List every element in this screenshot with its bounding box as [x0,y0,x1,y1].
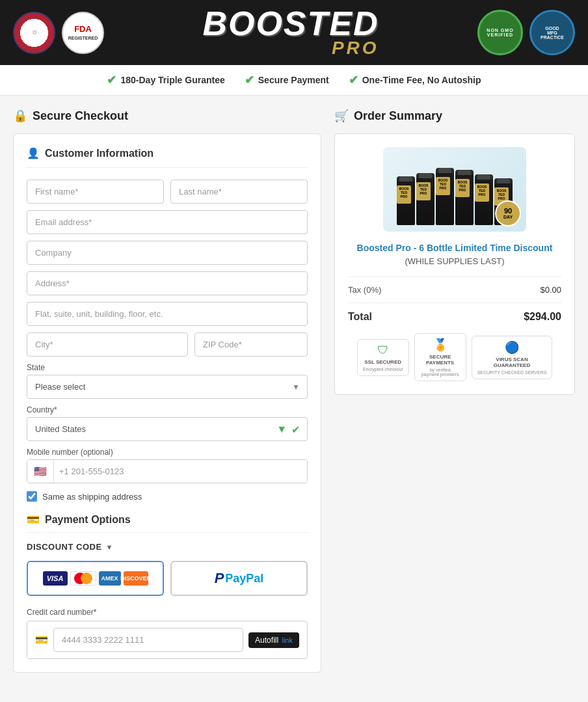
first-name-input[interactable] [27,180,164,204]
phone-flag: 🇺🇸 [27,460,54,483]
same-address-checkbox[interactable] [27,491,37,502]
tax-label: Tax (0%) [348,285,381,295]
main-container: 🔒 Secure Checkout 👤 Customer Information [0,96,588,686]
check-icon-1: ✔ [107,73,116,87]
state-group: State Please select AlabamaAlaskaArizona… [27,363,308,399]
country-check-icon: ▼ [276,424,287,435]
customer-info-header: 👤 Customer Information [27,147,308,168]
zip-input[interactable] [194,332,308,357]
tax-row: Tax (0%) $0.00 [348,285,561,295]
phone-label: Mobile number (optional) [27,448,308,457]
discount-chevron-icon: ▼ [106,543,113,551]
user-icon: 👤 [27,147,40,159]
trust-payment: ✔ Secure Payment [245,73,329,87]
discount-code-toggle[interactable]: DISCOUNT CODE ▼ [27,542,308,552]
city-zip-row [27,332,308,357]
country-verified-icon: ✔ [291,423,300,435]
cc-number-input[interactable] [53,628,243,652]
order-divider-2 [348,303,561,303]
company-row [27,241,308,265]
state-select[interactable]: Please select AlabamaAlaskaArizona Calif… [27,375,308,399]
site-header: ★ FDA REGISTERED BOOSTED PRO NON GMO VER… [0,0,588,65]
last-name-input[interactable] [170,180,308,204]
credit-card-icon: 💳 [35,634,48,646]
total-value: $294.00 [524,311,561,323]
state-select-wrapper: Please select AlabamaAlaskaArizona Calif… [27,375,308,399]
paypal-logo: P PayPal [215,570,264,587]
bottle-1: BOOS TEDPRO [397,176,415,225]
order-card: BOOS TEDPRO BOOS TEDPRO BOOS TEDPRO [334,133,575,395]
email-input[interactable] [27,210,308,234]
city-input[interactable] [27,332,188,357]
lock-icon: 🔒 [13,109,27,123]
bottle-3: BOOS TEDPRO [436,168,454,225]
address-input[interactable] [27,271,308,295]
autofill-link[interactable]: link [282,636,293,644]
virus-scan-badge: 🔵 VIRUS SCANGUARANTEED SECURITY CHECKED … [472,336,553,379]
payment-methods-row: VISA AMEX [27,561,308,596]
country-select-wrapper: United States CanadaUnited Kingdom ▼ ✔ [27,417,308,441]
bottle-5: BOOS TEDPRO [475,174,493,225]
bottle-2: BOOS TEDPRO [416,173,434,225]
name-row [27,180,308,204]
left-badges: ★ FDA REGISTERED [13,12,104,54]
payment-section: 💳 Payment Options DISCOUNT CODE ▼ VISA [27,513,308,659]
badge-gmp: GOODMFGPRACTICE [529,10,575,55]
country-select[interactable]: United States CanadaUnited Kingdom [27,417,308,441]
trust-guarantee: ✔ 180-Day Triple Gurantee [107,73,224,87]
amex-icon: AMEX [99,571,121,586]
credit-card-option[interactable]: VISA AMEX [27,561,164,596]
product-image-area: BOOS TEDPRO BOOS TEDPRO BOOS TEDPRO [348,147,561,232]
email-row [27,210,308,234]
paypal-option[interactable]: P PayPal [170,561,308,596]
check-icon-3: ✔ [349,73,358,87]
phone-input[interactable] [54,460,307,483]
mastercard-icon [70,571,96,586]
ssl-badge: 🛡 SSL SECURED Encrypted checkout [357,339,409,376]
checkout-section: 🔒 Secure Checkout 👤 Customer Information [13,109,321,673]
autofill-button[interactable]: Autofill link [248,632,299,648]
address-row [27,271,308,295]
address2-input[interactable] [27,302,308,326]
company-input[interactable] [27,241,308,265]
cc-icons-group: VISA AMEX [43,571,148,586]
product-name: Boosted Pro - 6 Bottle Limited Time Disc… [348,242,561,254]
product-bottles-image: BOOS TEDPRO BOOS TEDPRO BOOS TEDPRO [383,147,526,232]
same-address-label: Same as shipping address [42,492,142,502]
seal-badge: 90 DAY [495,200,521,226]
discover-icon: DISCOVER [124,571,148,586]
cart-icon: 🛒 [334,109,349,123]
secure-payments-icon: 🏅 [433,338,448,352]
payment-icon: 💳 [27,513,40,526]
badge-usa: ★ [13,12,55,54]
checkout-form-card: 👤 Customer Information [13,133,321,673]
cc-number-field-label: Credit card number* [27,606,308,617]
visa-icon: VISA [43,571,68,586]
badge-nongmo: NON GMO VERIFIED [477,10,523,55]
product-sub: (WHILE SUPPLIES LAST) [348,256,561,266]
total-label: Total [348,311,372,323]
secure-payments-badge: 🏅 SECUREPAYMENTS by verifiedpayment prov… [414,333,466,381]
order-title: 🛒 Order Summary [334,109,575,123]
bottle-4: BOOS TEDPRO [455,170,474,225]
state-label: State [27,363,308,372]
payment-title: 💳 Payment Options [27,513,308,533]
tax-value: $0.00 [540,285,561,295]
phone-row: 🇺🇸 [27,459,308,483]
country-label: Country* [27,405,308,414]
check-icon-2: ✔ [245,73,254,87]
checkout-title: 🔒 Secure Checkout [13,109,321,123]
badge-fda: FDA REGISTERED [62,12,104,54]
trust-no-autoship: ✔ One-Time Fee, No Autoship [349,73,481,87]
address2-row [27,302,308,326]
phone-group: Mobile number (optional) 🇺🇸 [27,448,308,483]
order-divider-1 [348,277,561,277]
right-badges: NON GMO VERIFIED GOODMFGPRACTICE [477,10,575,55]
site-logo: BOOSTED PRO [202,7,379,59]
country-group: Country* United States CanadaUnited King… [27,405,308,441]
same-address-row: Same as shipping address [27,491,308,502]
ssl-icon: 🛡 [377,344,389,357]
trust-bar: ✔ 180-Day Triple Gurantee ✔ Secure Payme… [0,65,588,96]
cc-number-row: 💳 Autofill link [27,621,308,659]
virus-scan-icon: 🔵 [505,340,519,355]
